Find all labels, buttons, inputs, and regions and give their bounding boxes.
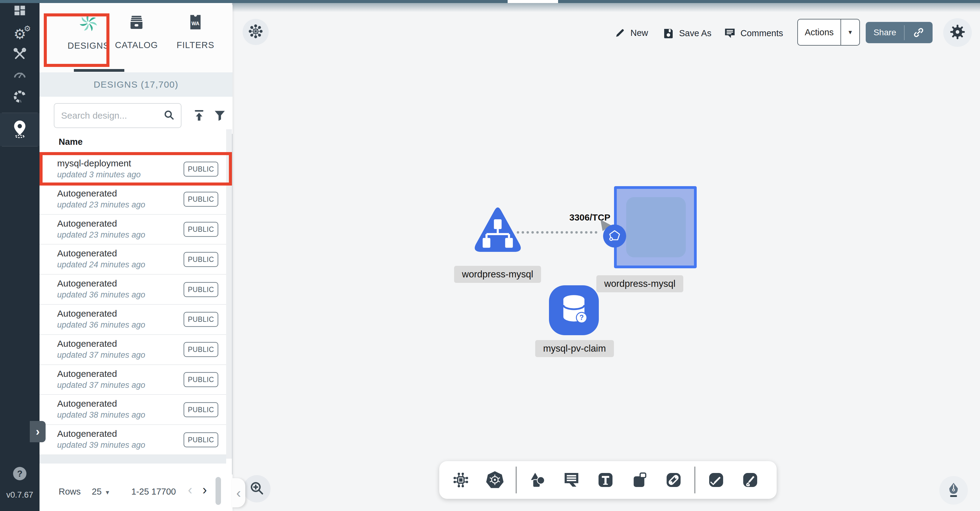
sidebar-item-performance[interactable] [0, 67, 40, 82]
design-row[interactable]: Autogenerated updated 36 minutes ago PUB… [40, 305, 226, 335]
visibility-badge: PUBLIC [184, 312, 218, 327]
gear-icon [949, 24, 966, 42]
freehand-draw-tool-button[interactable] [737, 467, 763, 493]
crossed-tools-icon [13, 47, 27, 62]
save-as-button[interactable]: Save As [662, 27, 711, 40]
help-button[interactable]: ? [13, 467, 27, 480]
chevron-right-icon: › [36, 425, 40, 438]
visibility-badge: PUBLIC [184, 342, 218, 357]
pencil-icon [614, 27, 626, 39]
share-label: Share [866, 28, 904, 37]
design-row[interactable]: Autogenerated updated 37 minutes ago PUB… [40, 335, 226, 365]
chevron-down-icon[interactable]: ▾ [841, 28, 859, 36]
canvas-bottom-toolbar [439, 461, 776, 499]
new-label: New [630, 28, 648, 38]
comments-button[interactable]: Comments [724, 27, 783, 40]
node-deployment-wordpress-mysql[interactable] [614, 186, 697, 268]
column-header-name: Name [59, 137, 83, 147]
tab-filters-label: FILTERS [177, 40, 214, 50]
question-mark-icon: ? [17, 469, 22, 479]
visibility-badge: PUBLIC [184, 222, 218, 236]
previous-page-button[interactable]: ‹ [188, 483, 192, 497]
visibility-badge: PUBLIC [184, 402, 218, 417]
design-row[interactable]: Autogenerated updated 36 minutes ago PUB… [40, 275, 226, 305]
app-version: v0.7.67 [0, 490, 40, 500]
sidebar-item-lifecycle[interactable]: ⚙⚙ [0, 26, 40, 42]
node-pvc-mysql-pv-claim[interactable]: ? [549, 285, 599, 335]
tab-catalog[interactable]: CATALOG [109, 14, 164, 50]
pagination-footer: Rows 25 ▾ 1-25 17700 ‹ › [40, 474, 232, 511]
svg-text:WA: WA [191, 21, 199, 26]
sidebar-item-dashboard[interactable] [0, 4, 40, 19]
link-tool-button[interactable] [660, 467, 687, 493]
catalog-drawer-icon [128, 14, 145, 32]
visibility-badge: PUBLIC [184, 282, 218, 297]
sidebar-item-configuration[interactable] [0, 47, 40, 63]
design-row[interactable]: Autogenerated updated 37 minutes ago PUB… [40, 365, 226, 395]
search-input[interactable] [61, 110, 162, 121]
design-row[interactable]: Autogenerated updated 23 minutes ago PUB… [40, 215, 226, 245]
panel-collapse-handle[interactable]: ‹ [232, 478, 245, 507]
design-search-field[interactable] [54, 103, 181, 128]
deployment-inner-shape [626, 197, 686, 257]
designs-list: mysql-deployment updated 3 minutes ago P… [40, 155, 226, 455]
copy-link-icon[interactable] [905, 26, 932, 38]
visibility-badge: PUBLIC [184, 372, 218, 387]
visibility-badge: PUBLIC [184, 432, 218, 447]
actions-label: Actions [798, 27, 840, 37]
visibility-badge: PUBLIC [184, 252, 218, 267]
designs-panel: DESIGNS CATALOG [40, 3, 232, 511]
node-label-deployment[interactable]: wordpress-mysql [597, 275, 683, 292]
components-tool-button[interactable] [448, 467, 474, 493]
new-design-button[interactable]: New [614, 27, 648, 39]
whiteboarding-button[interactable] [939, 476, 968, 505]
shapes-tool-button[interactable] [524, 467, 550, 493]
filter-button[interactable] [212, 107, 228, 124]
svg-text:?: ? [579, 314, 584, 321]
design-row[interactable]: Autogenerated updated 39 minutes ago PUB… [40, 425, 226, 455]
next-page-button[interactable]: › [202, 483, 207, 497]
top-drawer-handle[interactable] [508, 0, 558, 3]
toolbar-divider [516, 466, 517, 493]
design-row[interactable]: Autogenerated updated 38 minutes ago PUB… [40, 395, 226, 425]
share-split-button[interactable]: Share [866, 22, 932, 43]
upload-design-button[interactable] [191, 107, 207, 124]
speedometer-icon [13, 67, 27, 82]
design-row[interactable]: Autogenerated updated 23 minutes ago PUB… [40, 185, 226, 215]
node-service-wordpress-mysql[interactable] [469, 204, 526, 257]
sidebar-item-kanvas[interactable] [0, 118, 40, 141]
node-label-service[interactable]: wordpress-mysql [454, 266, 541, 283]
toolbar-divider [695, 466, 695, 493]
chevron-down-icon[interactable]: ▾ [106, 489, 109, 497]
design-row[interactable]: Autogenerated updated 24 minutes ago PUB… [40, 244, 226, 275]
kubernetes-tool-button[interactable] [482, 467, 508, 493]
zoom-in-button[interactable] [243, 475, 270, 503]
rows-per-page-select[interactable]: 25 [92, 487, 102, 497]
draw-arrow-tool-button[interactable] [703, 467, 729, 493]
sidebar-expand-handle[interactable]: › [30, 421, 46, 442]
tab-filters[interactable]: WA FILTERS [168, 14, 223, 50]
search-icon [162, 109, 175, 123]
text-tool-button[interactable] [592, 467, 619, 493]
wasm-filter-icon: WA [188, 14, 203, 32]
canvas-mesh-button[interactable] [243, 19, 269, 45]
pod-badge-icon[interactable] [603, 225, 626, 248]
node-label-pvc[interactable]: mysql-pv-claim [535, 340, 614, 357]
sidebar-item-extensions[interactable] [0, 89, 40, 105]
designs-count-header: DESIGNS (17,700) [40, 72, 232, 97]
settings-button[interactable] [943, 18, 972, 47]
service-edge[interactable] [517, 231, 597, 233]
design-canvas[interactable]: New Save As Comments Actions [232, 3, 980, 511]
notes-tool-button[interactable] [627, 467, 652, 493]
magnifier-plus-icon [249, 480, 265, 497]
comments-label: Comments [740, 28, 783, 38]
pen-nib-icon [945, 482, 962, 499]
list-bottom-band [40, 455, 226, 463]
visibility-badge: PUBLIC [184, 192, 218, 207]
save-as-label: Save As [679, 28, 711, 38]
footer-scrollbar-thumb[interactable] [215, 477, 221, 505]
annotation-comment-tool-button[interactable] [558, 467, 584, 493]
active-tab-underline [74, 69, 124, 72]
actions-split-button[interactable]: Actions ▾ [797, 19, 860, 46]
annotation-box-designs-tab [44, 13, 110, 67]
